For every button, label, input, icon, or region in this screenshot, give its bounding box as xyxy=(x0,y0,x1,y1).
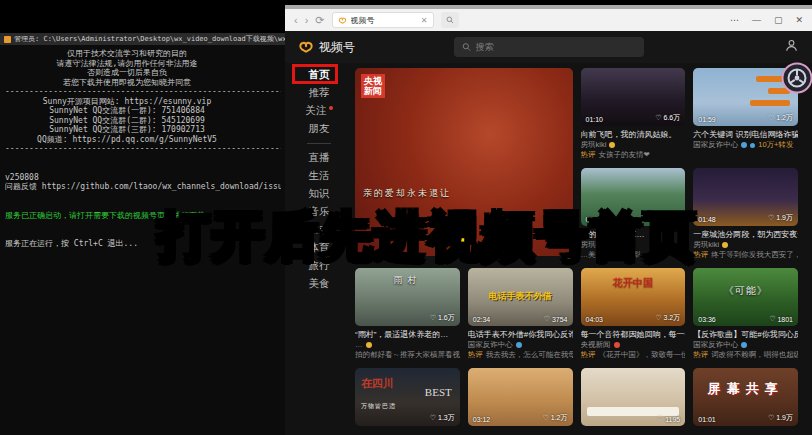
floating-ball[interactable] xyxy=(781,62,812,98)
profile-button[interactable] xyxy=(784,38,799,57)
more-icon[interactable]: ⋯ xyxy=(730,15,739,25)
app-title: 视频号 xyxy=(319,39,355,56)
terminal-line: 否则造成一切后果自负 xyxy=(5,68,249,78)
sidebar-item-live[interactable]: 直播 xyxy=(285,149,353,167)
channels-logo-icon xyxy=(338,16,347,25)
video-thumbnail[interactable]: 电话手表不外借 02:34 ♡3754 xyxy=(468,268,573,326)
video-card[interactable]: 01:10 ♡6.6万 向前飞吧，我的清风姑娘。 房琪kiki 热评女孩子的友情… xyxy=(581,68,686,159)
cctv-news-badge: 央视新闻 xyxy=(361,74,385,98)
author-name[interactable]: 国家反诈中心 xyxy=(693,141,738,149)
verified-badge-icon xyxy=(609,142,615,148)
browser-tabbar: ‹ › ⟳ 视频号 ✕ ⋯ — ▢ ✕ xyxy=(285,9,812,31)
search-box[interactable] xyxy=(454,37,644,57)
video-card[interactable]: 《可能》 03:36 ♡1801 【反诈歌曲】可能#你我同心反诈… 国家反诈中心… xyxy=(693,268,798,359)
video-card[interactable]: 花开中国 04:03 ♡3.2万 每一个音符都因她回响，每一句歌… 央视新闻 热… xyxy=(581,268,686,359)
author-name[interactable]: … xyxy=(355,341,363,349)
duration-label: 02:34 xyxy=(473,316,491,323)
video-thumbnail[interactable]: 《可能》 03:36 ♡1801 xyxy=(693,268,798,326)
video-thumbnail[interactable]: 01:10 ♡6.6万 xyxy=(581,68,686,126)
video-card[interactable]: 雨村 ♡1.6万 “雨村”，最适退休养老的… … 拍的都好看～推荐大家横屏看视频 xyxy=(355,268,460,359)
minimize-icon[interactable]: — xyxy=(752,15,761,25)
video-thumbnail[interactable]: 01:48 ♡1.9万 xyxy=(693,168,798,226)
video-card[interactable]: 屏幕共享 01:01 ♡1.9万 xyxy=(693,368,798,426)
heart-icon: ♡ xyxy=(655,114,661,122)
video-card[interactable]: 01:48 ♡1.9万 一座城池分两段，朝为西安夜长安。 房琪kiki 热评终于… xyxy=(693,168,798,259)
duration-label: 03:12 xyxy=(473,416,491,423)
sidebar-item-food[interactable]: 美食 xyxy=(285,275,353,293)
heart-icon: ♡ xyxy=(769,315,775,323)
video-card[interactable]: ♡1195 xyxy=(581,368,686,426)
annotation-overlay-text: 打开后先进视频号首页 xyxy=(158,202,698,272)
terminal-app-icon xyxy=(4,36,11,43)
author-name[interactable]: 央视新闻 xyxy=(581,341,611,349)
annotation-red-box xyxy=(292,64,338,84)
video-thumbnail[interactable]: 雨村 ♡1.6万 xyxy=(355,268,460,326)
tab-search-button[interactable] xyxy=(441,12,459,28)
verified-badge-icon xyxy=(741,342,747,348)
video-thumbnail[interactable]: 屏幕共享 01:01 ♡1.9万 xyxy=(693,368,798,426)
hot-comment-text: 女孩子的友情❤ xyxy=(599,151,650,159)
back-icon[interactable]: ‹ xyxy=(294,15,298,26)
video-card[interactable]: 03:12 ♡1.2万 xyxy=(468,368,573,426)
video-title: 电话手表不外借#你我同心反诈同… xyxy=(468,330,573,339)
video-title: 六个关键词 识别电信网络诈骗#你... xyxy=(693,130,798,139)
like-count: 1801 xyxy=(777,316,793,323)
terminal-line: 问题反馈 https://github.com/ltaoo/wx_channel… xyxy=(5,182,281,192)
author-name[interactable]: 国家反诈中心 xyxy=(468,341,513,349)
video-title: 向前飞吧，我的清风姑娘。 xyxy=(581,130,686,139)
hot-comment-text: 《花开中国》，致敬每一位新时代… xyxy=(599,351,686,359)
terminal-titlebar[interactable]: 管理员: C:\Users\Administrator\Desktop\wx_v… xyxy=(0,33,286,45)
hot-comment-label: 热评 xyxy=(581,151,596,159)
steering-wheel-icon xyxy=(781,62,812,94)
search-icon xyxy=(462,42,471,52)
author-name[interactable]: 房琪kiki xyxy=(581,141,607,149)
video-card[interactable]: 电话手表不外借 02:34 ♡3754 电话手表不外借#你我同心反诈同… 国家反… xyxy=(468,268,573,359)
sidebar-item-recommend[interactable]: 推荐 xyxy=(285,84,353,102)
video-caption: BEST xyxy=(425,386,452,398)
sidebar-item-follow[interactable]: 关注 xyxy=(285,102,353,120)
video-thumbnail[interactable]: 在四川 BEST 万物皆巴适 ♡1.3万 xyxy=(355,368,460,426)
refresh-icon[interactable]: ⟳ xyxy=(315,15,324,26)
heart-icon: ♡ xyxy=(768,214,774,222)
verified-badge-icon xyxy=(741,142,747,148)
sidebar-item-life[interactable]: 生活 xyxy=(285,167,353,185)
duration-label: 01:01 xyxy=(698,416,716,423)
video-caption: 万物皆巴适 xyxy=(361,402,396,411)
like-count: 1195 xyxy=(665,416,680,423)
like-count: 1.9万 xyxy=(776,413,793,423)
heart-icon: ♡ xyxy=(430,314,436,322)
hot-comment-text: 终于等到你发我大西安了，不过总… xyxy=(711,251,798,259)
search-input[interactable] xyxy=(476,42,636,52)
repost-count: 10万+转发 xyxy=(758,141,793,149)
channels-logo[interactable]: 视频号 xyxy=(298,39,355,56)
heart-icon: ♡ xyxy=(542,414,548,422)
like-count: 3754 xyxy=(552,316,568,323)
forward-icon[interactable]: › xyxy=(305,15,309,26)
terminal-line: 仅用于技术交流学习和研究的目的 xyxy=(5,49,249,59)
verified-badge-icon xyxy=(366,342,372,348)
video-thumbnail[interactable]: 花开中国 04:03 ♡3.2万 xyxy=(581,268,686,326)
maximize-icon[interactable]: ▢ xyxy=(774,15,783,25)
author-name[interactable]: 国家反诈中心 xyxy=(693,341,738,349)
tab-title: 视频号 xyxy=(351,15,417,26)
close-icon[interactable]: ✕ xyxy=(795,15,803,25)
video-thumbnail[interactable]: ♡1195 xyxy=(581,368,686,426)
verified-badge-icon xyxy=(722,242,728,248)
hot-comment-label: 热评 xyxy=(468,351,483,359)
app-header: 视频号 xyxy=(285,31,812,63)
sidebar-divider xyxy=(307,143,331,144)
duration-label: 03:36 xyxy=(698,316,716,323)
sidebar-item-knowledge[interactable]: 知识 xyxy=(285,185,353,203)
notification-dot xyxy=(329,106,333,110)
video-caption: 在四川 xyxy=(361,376,394,391)
verified-badge-icon xyxy=(614,342,620,348)
video-caption: 花开中国 xyxy=(581,276,686,290)
like-count: 1.9万 xyxy=(776,213,793,223)
heart-icon: ♡ xyxy=(655,314,661,322)
video-thumbnail[interactable]: 03:12 ♡1.2万 xyxy=(468,368,573,426)
sidebar-item-friends[interactable]: 朋友 xyxy=(285,120,353,138)
terminal-title: 管理员: C:\Users\Administrator\Desktop\wx_v… xyxy=(14,34,286,44)
browser-tab[interactable]: 视频号 ✕ xyxy=(332,12,434,28)
tab-close-icon[interactable]: ✕ xyxy=(421,16,428,25)
video-card[interactable]: 在四川 BEST 万物皆巴适 ♡1.3万 xyxy=(355,368,460,426)
